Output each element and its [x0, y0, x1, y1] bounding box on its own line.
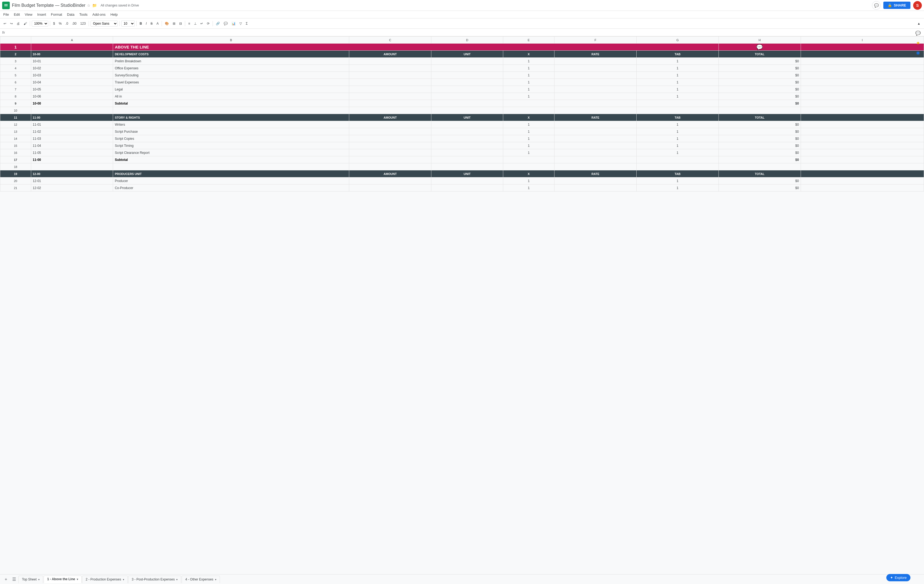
- sidebar-chat-icon[interactable]: 💬: [914, 29, 922, 37]
- cell-d2[interactable]: UNIT: [431, 51, 503, 58]
- folder-icon[interactable]: 📁: [92, 3, 97, 8]
- cell-c8[interactable]: [349, 93, 431, 100]
- borders-button[interactable]: ⊞: [172, 21, 177, 26]
- cell-b4[interactable]: Office Expenses: [113, 65, 349, 72]
- cell-d19[interactable]: UNIT: [431, 170, 503, 178]
- cell-d9[interactable]: [431, 100, 503, 107]
- cell-e6[interactable]: 1: [503, 79, 554, 86]
- cell-d7[interactable]: [431, 86, 503, 93]
- cell-a7[interactable]: 10-05: [31, 86, 113, 93]
- cell-c14[interactable]: [349, 135, 431, 142]
- cell-i14[interactable]: [801, 135, 924, 142]
- cell-d10[interactable]: [431, 107, 503, 114]
- hide-toolbar-button[interactable]: ▲: [916, 21, 922, 26]
- cell-h7[interactable]: $0: [718, 86, 801, 93]
- cell-g8[interactable]: 1: [637, 93, 719, 100]
- cell-e3[interactable]: 1: [503, 58, 554, 65]
- cell-c12[interactable]: [349, 121, 431, 128]
- menu-help[interactable]: Help: [108, 12, 120, 17]
- merge-button[interactable]: ⊟: [178, 21, 183, 26]
- cell-e19[interactable]: X: [503, 170, 554, 178]
- menu-data[interactable]: Data: [65, 12, 76, 17]
- cell-f15[interactable]: [554, 142, 637, 149]
- cell-f19[interactable]: RATE: [554, 170, 637, 178]
- highlight-color-button[interactable]: 🎨: [163, 21, 170, 26]
- cell-a9[interactable]: 10-00: [31, 100, 113, 107]
- cell-b9[interactable]: Subtotal: [113, 100, 349, 107]
- cell-g3[interactable]: 1: [637, 58, 719, 65]
- cell-b14[interactable]: Script Copies: [113, 135, 349, 142]
- zoom-select[interactable]: 100%: [32, 21, 48, 26]
- cell-e18[interactable]: [503, 163, 554, 170]
- cell-c18[interactable]: [349, 163, 431, 170]
- cell-b19[interactable]: PRODUCERS UNIT: [113, 170, 349, 178]
- cell-i17[interactable]: [801, 156, 924, 163]
- cell-h18[interactable]: [718, 163, 801, 170]
- italic-button[interactable]: I: [145, 21, 148, 26]
- cell-i1[interactable]: [801, 44, 924, 51]
- cell-i19[interactable]: [801, 170, 924, 178]
- cell-a11[interactable]: 11-00: [31, 114, 113, 121]
- cell-a1[interactable]: [31, 44, 113, 51]
- cell-f21[interactable]: [554, 184, 637, 191]
- explore-button[interactable]: ✦ Explore: [886, 574, 911, 581]
- cell-d6[interactable]: [431, 79, 503, 86]
- cell-f5[interactable]: [554, 72, 637, 79]
- cell-b8[interactable]: All in: [113, 93, 349, 100]
- cell-h13[interactable]: $0: [718, 128, 801, 135]
- cell-g16[interactable]: 1: [637, 149, 719, 156]
- tab-above-the-line[interactable]: 1 - Above the Line ▾: [44, 576, 82, 583]
- tab-top-sheet[interactable]: Top Sheet ▾: [18, 576, 43, 583]
- cell-a2[interactable]: 10-00: [31, 51, 113, 58]
- menu-file[interactable]: File: [1, 12, 11, 17]
- decimal-inc-button[interactable]: .00: [71, 21, 78, 26]
- cell-e11[interactable]: X: [503, 114, 554, 121]
- tab-other-expenses[interactable]: 4 - Other Expenses ▾: [182, 576, 219, 583]
- cell-a16[interactable]: 11-05: [31, 149, 113, 156]
- cell-b13[interactable]: Script Purchase: [113, 128, 349, 135]
- cell-b21[interactable]: Co-Producer: [113, 184, 349, 191]
- cell-h15[interactable]: $0: [718, 142, 801, 149]
- cell-c3[interactable]: [349, 58, 431, 65]
- cell-b15[interactable]: Script Timing: [113, 142, 349, 149]
- cell-f13[interactable]: [554, 128, 637, 135]
- currency-button[interactable]: $: [52, 21, 56, 26]
- cell-g5[interactable]: 1: [637, 72, 719, 79]
- cell-c19[interactable]: AMOUNT: [349, 170, 431, 178]
- cell-e21[interactable]: 1: [503, 184, 554, 191]
- cell-d4[interactable]: [431, 65, 503, 72]
- cell-b1[interactable]: ABOVE THE LINE: [113, 44, 718, 51]
- cell-d16[interactable]: [431, 149, 503, 156]
- cell-e15[interactable]: 1: [503, 142, 554, 149]
- formula-input[interactable]: [7, 30, 922, 35]
- cell-f7[interactable]: [554, 86, 637, 93]
- cell-f11[interactable]: RATE: [554, 114, 637, 121]
- cell-g18[interactable]: [637, 163, 719, 170]
- cell-e4[interactable]: 1: [503, 65, 554, 72]
- cell-b17[interactable]: Subtotal: [113, 156, 349, 163]
- sidebar-circle-icon[interactable]: ◉: [914, 49, 922, 56]
- cell-a4[interactable]: 10-02: [31, 65, 113, 72]
- cell-g21[interactable]: 1: [637, 184, 719, 191]
- cell-d14[interactable]: [431, 135, 503, 142]
- cell-f20[interactable]: [554, 178, 637, 184]
- cell-h17[interactable]: $0: [718, 156, 801, 163]
- font-color-button[interactable]: A: [155, 21, 160, 26]
- cell-c20[interactable]: [349, 178, 431, 184]
- chart-button[interactable]: 📊: [230, 21, 237, 26]
- paint-format-button[interactable]: 🖌: [22, 21, 28, 26]
- cell-b2[interactable]: DEVELOPMENT COSTS: [113, 51, 349, 58]
- menu-edit[interactable]: Edit: [12, 12, 22, 17]
- cell-f18[interactable]: [554, 163, 637, 170]
- cell-f8[interactable]: [554, 93, 637, 100]
- cell-f2[interactable]: RATE: [554, 51, 637, 58]
- cell-a8[interactable]: 10-06: [31, 93, 113, 100]
- align-horiz-button[interactable]: ≡: [187, 21, 191, 26]
- menu-insert[interactable]: Insert: [35, 12, 48, 17]
- cell-i12[interactable]: [801, 121, 924, 128]
- cell-g15[interactable]: 1: [637, 142, 719, 149]
- cell-a20[interactable]: 12-01: [31, 178, 113, 184]
- cell-d17[interactable]: [431, 156, 503, 163]
- cell-i9[interactable]: [801, 100, 924, 107]
- star-icon[interactable]: ☆: [87, 3, 91, 8]
